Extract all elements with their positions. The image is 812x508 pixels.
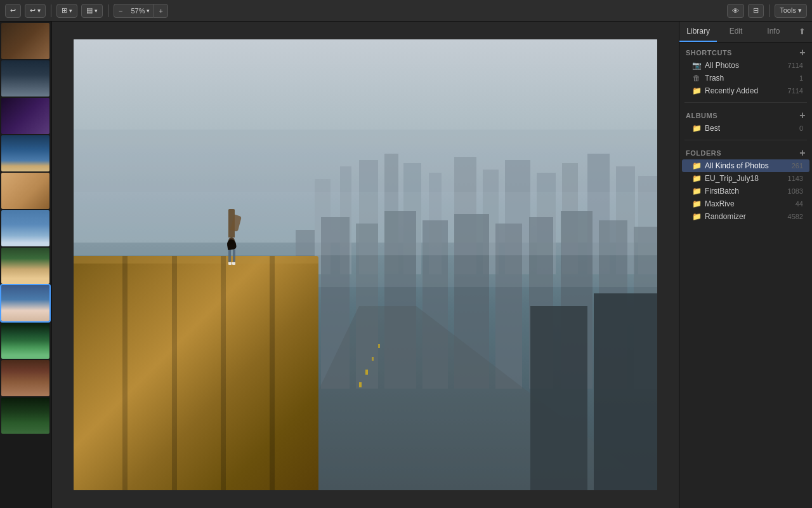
all-photos-count: 7114 (788, 62, 803, 69)
tools-label: Tools ▾ (780, 6, 802, 15)
history-icon2: ▾ (37, 7, 41, 14)
shortcuts-add-button[interactable]: + (799, 48, 806, 58)
albums-section: Albums + 📁 Best 0 (679, 105, 812, 137)
filmstrip-thumb-2[interactable] (1, 60, 49, 97)
svg-rect-29 (378, 344, 380, 348)
filmstrip-thumb-6[interactable] (1, 210, 49, 246)
filmstrip-thumb-5[interactable] (1, 173, 49, 209)
history-button[interactable]: ↩ ▾ (25, 4, 46, 18)
filmstrip (0, 22, 52, 508)
albums-item-best[interactable]: 📁 Best 0 (682, 122, 809, 135)
shortcuts-label: Shortcuts (686, 49, 732, 57)
filmstrip-thumb-3[interactable] (1, 98, 49, 134)
shortcuts-item-all-photos[interactable]: 📷 All Photos 7114 (682, 59, 809, 72)
zoom-control: − 57% ▾ + (114, 4, 168, 18)
randomizer-count: 4582 (788, 213, 803, 220)
panel-tabs: Library Edit Info ⬆ (679, 22, 812, 43)
trash-label: Trash (705, 74, 796, 83)
person-figure (225, 209, 238, 265)
main-area: Library Edit Info ⬆ Shortcuts + 📷 All Ph… (0, 22, 812, 508)
separator-2 (108, 4, 108, 17)
shortcuts-item-recently-added[interactable]: 📁 Recently Added 7114 (682, 84, 809, 97)
eu-trip-icon: 📁 (692, 174, 701, 183)
maxrive-count: 44 (796, 200, 803, 208)
recently-added-label: Recently Added (705, 86, 784, 95)
folders-item-randomizer[interactable]: 📁 Randomizer 4582 (682, 210, 809, 223)
history-icon: ↩ (30, 6, 36, 15)
eye-icon: 👁 (732, 7, 739, 15)
compare-icon: ⊟ (753, 6, 759, 15)
filmstrip-thumb-4[interactable] (1, 135, 49, 171)
first-batch-count: 1083 (788, 187, 803, 195)
all-photos-label: All Photos (705, 61, 784, 70)
tab-edit[interactable]: Edit (717, 22, 754, 42)
tools-button[interactable]: Tools ▾ (775, 4, 807, 18)
first-batch-icon: 📁 (692, 187, 701, 196)
svg-rect-28 (372, 357, 374, 361)
folders-item-all-kinds[interactable]: 📁 All Kinds of Photos 261 (682, 159, 809, 172)
svg-rect-26 (359, 382, 362, 387)
svg-rect-34 (530, 306, 587, 490)
shortcuts-header: Shortcuts + (679, 46, 812, 59)
main-photo (74, 39, 657, 490)
eu-trip-label: EU_Trip_July18 (705, 174, 784, 183)
folders-item-eu-trip[interactable]: 📁 EU_Trip_July18 1143 (682, 172, 809, 185)
svg-rect-35 (594, 293, 657, 490)
filmstrip-thumb-1[interactable] (1, 23, 49, 59)
view-button[interactable]: 👁 (727, 4, 744, 18)
separator-1 (51, 4, 51, 17)
folders-item-maxrive[interactable]: 📁 MaxRive 44 (682, 197, 809, 210)
shortcuts-item-trash[interactable]: 🗑 Trash 1 (682, 72, 809, 84)
albums-add-button[interactable]: + (799, 110, 806, 121)
recently-added-count: 7114 (788, 87, 803, 95)
layout-arrow: ▾ (69, 8, 72, 14)
zoom-arrow: ▾ (147, 8, 150, 14)
filmstrip-thumb-7[interactable] (1, 248, 49, 284)
folders-item-first-batch[interactable]: 📁 FirstBatch 1083 (682, 185, 809, 197)
separator-3 (769, 4, 769, 17)
zoom-down-button[interactable]: − (114, 4, 127, 18)
toolbar: ↩ ↩ ▾ ⊞ ▾ ▤ ▾ − 57% ▾ + 👁 ⊟ Tools ▾ (0, 0, 812, 22)
trash-count: 1 (799, 74, 803, 82)
first-batch-label: FirstBatch (705, 187, 784, 196)
tab-info[interactable]: Info (755, 22, 792, 42)
filmstrip-thumb-10[interactable] (1, 360, 49, 396)
back-button[interactable]: ↩ (5, 4, 21, 18)
divider-2 (684, 140, 807, 140)
tab-library[interactable]: Library (679, 22, 717, 42)
all-kinds-icon: 📁 (692, 161, 701, 170)
best-label: Best (705, 124, 796, 133)
filmstrip-thumb-11[interactable] (1, 398, 49, 434)
roof-structure (74, 256, 318, 490)
folders-label: Folders (686, 149, 721, 157)
zoom-value[interactable]: 57% ▾ (127, 4, 154, 18)
grid-icon: ▤ (86, 6, 93, 15)
divider-1 (684, 102, 807, 103)
randomizer-label: Randomizer (705, 212, 784, 221)
folders-header: Folders + (679, 147, 812, 159)
layout-icon: ⊞ (62, 6, 67, 15)
trash-icon: 🗑 (692, 74, 701, 83)
eu-trip-count: 1143 (788, 175, 803, 182)
best-count: 0 (799, 124, 803, 132)
filmstrip-thumb-8[interactable] (1, 285, 49, 321)
preview-area (52, 22, 679, 508)
all-kinds-label: All Kinds of Photos (705, 161, 788, 170)
shortcuts-section: Shortcuts + 📷 All Photos 7114 🗑 Trash 1 … (679, 43, 812, 100)
maxrive-icon: 📁 (692, 199, 701, 208)
filmstrip-thumb-9[interactable] (1, 323, 49, 359)
folders-section: Folders + 📁 All Kinds of Photos 261 📁 EU… (679, 143, 812, 225)
folders-add-button[interactable]: + (799, 148, 806, 158)
tab-export[interactable]: ⬆ (792, 22, 812, 42)
zoom-percent: 57% (131, 7, 145, 15)
grid-button[interactable]: ▤ ▾ (81, 4, 103, 18)
zoom-up-button[interactable]: + (154, 4, 167, 18)
svg-rect-27 (365, 370, 368, 375)
right-panel: Library Edit Info ⬆ Shortcuts + 📷 All Ph… (679, 22, 812, 508)
all-kinds-count: 261 (792, 162, 803, 170)
compare-button[interactable]: ⊟ (748, 4, 764, 18)
grid-arrow: ▾ (95, 8, 98, 14)
randomizer-icon: 📁 (692, 212, 701, 221)
layout-button[interactable]: ⊞ ▾ (56, 4, 77, 18)
recently-added-icon: 📁 (692, 86, 701, 95)
